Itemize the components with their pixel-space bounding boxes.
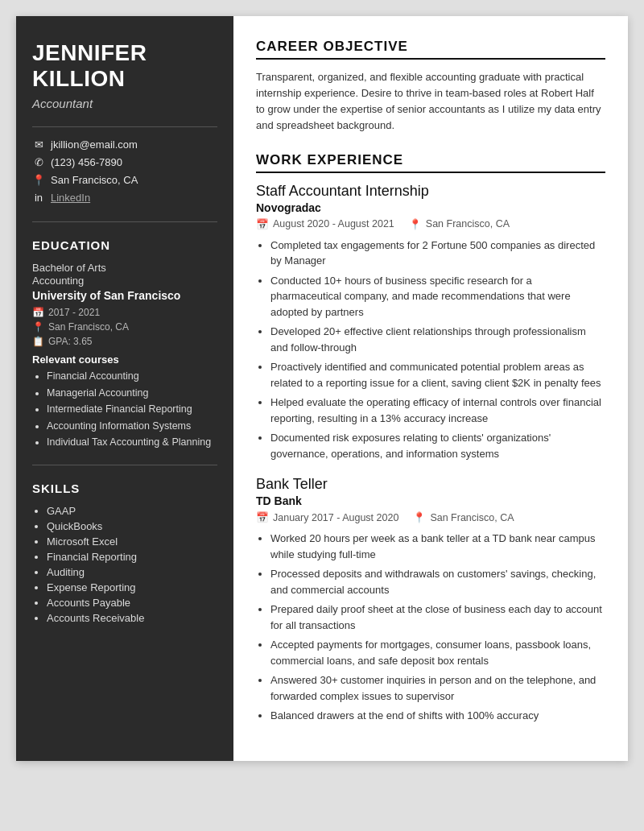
list-item: GAAP	[47, 505, 217, 517]
linkedin-icon: in	[32, 192, 45, 204]
list-item: Answered 30+ customer inquiries in perso…	[270, 672, 605, 704]
skill-list: GAAP QuickBooks Microsoft Excel Financia…	[32, 505, 217, 624]
list-item: QuickBooks	[47, 520, 217, 532]
list-item: Balanced drawers at the end of shifts wi…	[270, 708, 605, 724]
education-location: 📍 San Francisco, CA	[32, 321, 217, 333]
education-heading: EDUCATION	[32, 238, 217, 252]
job-2-dates: 📅 January 2017 - August 2020	[256, 511, 398, 523]
list-item: Auditing	[47, 566, 217, 578]
contact-section: ✉ jkillion@email.com ✆ (123) 456-7890 📍 …	[32, 126, 217, 204]
job-1-dates: 📅 August 2020 - August 2021	[256, 218, 394, 230]
job-2-location: 📍 San Francisco, CA	[413, 511, 514, 523]
courses-label: Relevant courses	[32, 353, 217, 366]
education-field: Accounting	[32, 275, 217, 287]
work-experience-heading: WORK EXPERIENCE	[256, 152, 605, 173]
list-item: Conducted 10+ hours of business specific…	[270, 273, 605, 320]
list-item: Worked 20 hours per week as a bank telle…	[270, 531, 605, 562]
phone-text: (123) 456-7890	[51, 156, 122, 168]
sidebar: JENNIFER KILLION Accountant ✉ jkillion@e…	[16, 16, 233, 761]
job-1-location: 📍 San Francisco, CA	[409, 218, 510, 230]
job-1-bullets: Completed tax engagements for 2 Fortune …	[256, 238, 605, 462]
education-years: 📅 2017 - 2021	[32, 307, 217, 318]
list-item: Accounts Payable	[47, 597, 217, 609]
skills-heading: SKILLS	[32, 482, 217, 495]
job-2-meta: 📅 January 2017 - August 2020 📍 San Franc…	[256, 511, 605, 523]
career-objective-section: CAREER OBJECTIVE Transparent, organized,…	[256, 39, 605, 134]
list-item: Individual Tax Accounting & Planning	[47, 436, 217, 450]
education-gpa: 📋 GPA: 3.65	[32, 336, 217, 347]
skills-section: SKILLS GAAP QuickBooks Microsoft Excel F…	[32, 465, 217, 624]
location-text: San Francisco, CA	[51, 174, 138, 186]
calendar-icon: 📅	[256, 218, 269, 230]
candidate-title: Accountant	[32, 97, 217, 110]
job-2-bullets: Worked 20 hours per week as a bank telle…	[256, 531, 605, 724]
resume-container: JENNIFER KILLION Accountant ✉ jkillion@e…	[16, 16, 628, 761]
edu-location-icon: 📍	[32, 321, 44, 333]
list-item: Proactively identified and communicated …	[270, 359, 605, 391]
email-text: jkillion@email.com	[51, 138, 138, 151]
linkedin-link[interactable]: LinkedIn	[51, 192, 90, 204]
list-item: Managerial Accounting	[47, 387, 217, 401]
list-item: Developed 20+ effective client relations…	[270, 324, 605, 355]
education-section: EDUCATION Bachelor of Arts Accounting Un…	[32, 221, 217, 450]
career-objective-heading: CAREER OBJECTIVE	[256, 39, 605, 60]
phone-item: ✆ (123) 456-7890	[32, 156, 217, 168]
job-1-meta: 📅 August 2020 - August 2021 📍 San Franci…	[256, 218, 605, 230]
email-item: ✉ jkillion@email.com	[32, 138, 217, 151]
list-item: Accounting Information Systems	[47, 420, 217, 434]
list-item: Documented risk exposures relating to cl…	[270, 430, 605, 461]
job-2-title: Bank Teller	[256, 476, 605, 493]
list-item: Intermediate Financial Reporting	[47, 403, 217, 417]
list-item: Financial Reporting	[47, 551, 217, 563]
job-2-company: TD Bank	[256, 494, 605, 507]
list-item: Processed deposits and withdrawals on cu…	[270, 566, 605, 597]
work-experience-section: WORK EXPERIENCE Staff Accountant Interns…	[256, 152, 605, 724]
phone-icon: ✆	[32, 156, 45, 168]
linkedin-item[interactable]: in LinkedIn	[32, 192, 217, 204]
job-1: Staff Accountant Internship Novogradac 📅…	[256, 183, 605, 462]
course-list: Financial Accounting Managerial Accounti…	[32, 370, 217, 450]
location-item: 📍 San Francisco, CA	[32, 174, 217, 186]
career-objective-text: Transparent, organized, and flexible acc…	[256, 69, 605, 134]
list-item: Completed tax engagements for 2 Fortune …	[270, 238, 605, 269]
education-degree: Bachelor of Arts	[32, 262, 217, 274]
job-1-title: Staff Accountant Internship	[256, 183, 605, 200]
list-item: Microsoft Excel	[47, 535, 217, 548]
calendar-icon: 📅	[32, 307, 44, 318]
list-item: Accounts Receivable	[47, 612, 217, 624]
job-1-company: Novogradac	[256, 201, 605, 214]
location-icon: 📍	[32, 174, 45, 186]
education-school: University of San Francisco	[32, 289, 217, 302]
list-item: Prepared daily proof sheet at the close …	[270, 602, 605, 633]
job-2: Bank Teller TD Bank 📅 January 2017 - Aug…	[256, 476, 605, 724]
main-content: CAREER OBJECTIVE Transparent, organized,…	[233, 16, 628, 761]
list-item: Accepted payments for mortgages, consume…	[270, 637, 605, 668]
email-icon: ✉	[32, 138, 45, 151]
gpa-icon: 📋	[32, 336, 44, 347]
list-item: Financial Accounting	[47, 370, 217, 384]
list-item: Expense Reporting	[47, 581, 217, 593]
list-item: Helped evaluate the operating efficacy o…	[270, 395, 605, 426]
location-icon: 📍	[409, 218, 422, 230]
calendar-icon: 📅	[256, 511, 269, 523]
location-icon: 📍	[413, 511, 426, 523]
candidate-name: JENNIFER KILLION	[32, 40, 217, 92]
